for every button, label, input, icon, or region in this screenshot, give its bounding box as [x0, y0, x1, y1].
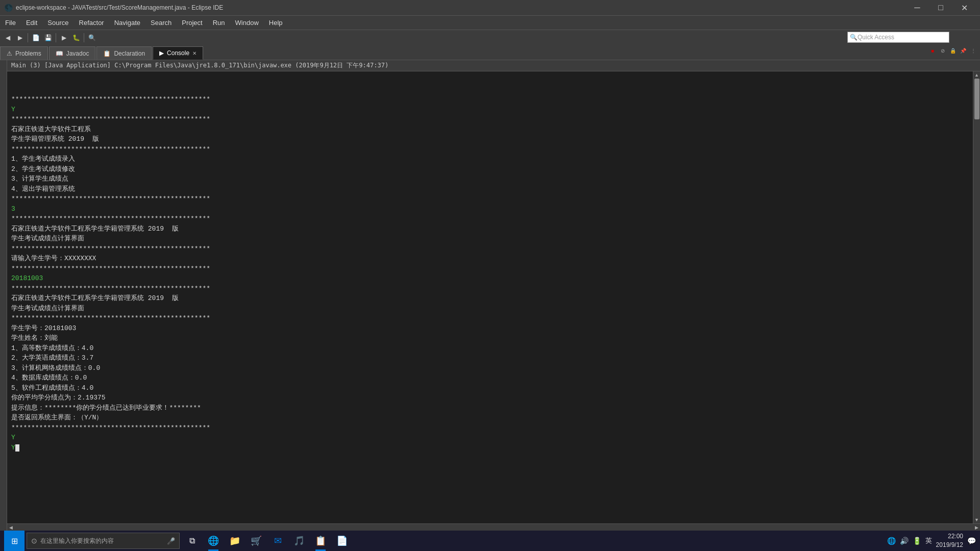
- taskbar-app1[interactable]: 🎵: [289, 531, 309, 551]
- toolbar-search[interactable]: 🔍: [86, 32, 97, 43]
- maximize-button[interactable]: □: [929, 0, 952, 15]
- eclipse-icon: 🌑: [4, 4, 13, 12]
- menu-refactor[interactable]: Refactor: [74, 17, 109, 29]
- minimize-button[interactable]: ─: [905, 0, 929, 15]
- taskbar-speaker-icon[interactable]: 🔊: [900, 537, 909, 545]
- tab-javadoc-label: Javadoc: [66, 50, 89, 57]
- toolbar-sep-3: [84, 33, 84, 42]
- tabs-bar: ⚠ Problems 📖 Javadoc 📋 Declaration ▶ Con…: [0, 45, 980, 60]
- window-controls: ─ □ ✕: [905, 0, 976, 15]
- search-circle-icon: ⊙: [31, 537, 37, 545]
- toolbar-back[interactable]: ◀: [2, 32, 13, 43]
- bottom-scrollbar: ◀ ▶: [7, 523, 980, 531]
- taskbar-explorer[interactable]: 📁: [225, 531, 245, 551]
- taskbar-notification-icon[interactable]: 💬: [967, 537, 976, 545]
- taskbar-search-text: 在这里输入你要搜索的内容: [40, 537, 114, 545]
- menu-run[interactable]: Run: [208, 17, 230, 29]
- taskbar-apps: ⧉ 🌐 📁 🛒 ✉ 🎵 📋 📄: [182, 531, 352, 551]
- taskbar-store[interactable]: 🛒: [246, 531, 266, 551]
- taskbar-eclipse[interactable]: 📋: [310, 531, 331, 551]
- tab-declaration-label: Declaration: [114, 50, 145, 57]
- taskbar-search[interactable]: ⊙ 在这里输入你要搜索的内容 🎤: [27, 533, 180, 549]
- toolbar-debug[interactable]: 🐛: [70, 32, 82, 43]
- tabs-right-icons: ■ ⊘ 🔒 📌 ⋮: [928, 46, 978, 55]
- toolbar-new[interactable]: 📄: [30, 32, 41, 43]
- quick-access-box[interactable]: 🔍 Quick Access: [847, 32, 949, 43]
- close-button[interactable]: ✕: [952, 0, 976, 15]
- taskbar-clock[interactable]: 22:00 2019/9/12: [936, 532, 963, 549]
- window-title: eclipse-workspace - JAVATest/src/Test/Sc…: [16, 4, 223, 11]
- menu-navigate[interactable]: Navigate: [109, 17, 145, 29]
- menu-file[interactable]: File: [0, 17, 21, 29]
- clock-time: 22:00: [936, 532, 963, 541]
- toolbar-sep-2: [56, 33, 56, 42]
- toolbar: ◀ ▶ 📄 💾 ▶ 🐛 🔍 🔍 Quick Access: [0, 30, 980, 45]
- taskbar-mail[interactable]: ✉: [267, 531, 288, 551]
- scroll-up-arrow[interactable]: ▲: [973, 71, 981, 79]
- console-header: Main (3) [Java Application] C:\Program F…: [7, 60, 980, 71]
- tab-problems-icon: ⚠: [7, 50, 12, 57]
- console-scroll-lock[interactable]: 🔒: [948, 46, 958, 55]
- view-panel: Main (3) [Java Application] C:\Program F…: [7, 60, 980, 531]
- toolbar-run[interactable]: ▶: [58, 32, 69, 43]
- menu-bar: File Edit Source Refactor Navigate Searc…: [0, 15, 980, 30]
- console-header-text: Main (3) [Java Application] C:\Program F…: [11, 62, 388, 69]
- console-stop-btn[interactable]: ■: [928, 46, 937, 55]
- menu-source[interactable]: Source: [42, 17, 74, 29]
- console-pin[interactable]: 📌: [959, 46, 968, 55]
- bottom-scroll-left[interactable]: ◀: [7, 524, 14, 531]
- taskbar-pdf[interactable]: 📄: [332, 531, 352, 551]
- main-area: Main (3) [Java Application] C:\Program F…: [0, 60, 980, 531]
- tab-javadoc-icon: 📖: [56, 50, 63, 57]
- console-clear-btn[interactable]: ⊘: [938, 46, 947, 55]
- tab-console-close[interactable]: ✕: [192, 51, 197, 56]
- tab-console-icon: ▶: [159, 49, 164, 57]
- tab-problems-label: Problems: [15, 50, 41, 57]
- taskbar-right: 🌐 🔊 🔋 英 22:00 2019/9/12 💬: [887, 532, 976, 549]
- menu-search[interactable]: Search: [145, 17, 177, 29]
- tab-declaration-icon: 📋: [103, 50, 111, 57]
- toolbar-save[interactable]: 💾: [42, 32, 54, 43]
- taskbar-network-icon[interactable]: 🌐: [887, 537, 896, 545]
- sidebar-left: [0, 60, 7, 531]
- tab-problems[interactable]: ⚠ Problems: [0, 46, 48, 60]
- console-output[interactable]: ****************************************…: [7, 71, 973, 523]
- menu-project[interactable]: Project: [177, 17, 207, 29]
- taskbar-battery-icon[interactable]: 🔋: [913, 537, 921, 545]
- tab-console-label: Console: [167, 49, 189, 57]
- taskbar-ie[interactable]: 🌐: [203, 531, 224, 551]
- toolbar-sep-1: [28, 33, 28, 42]
- scroll-down-arrow[interactable]: ▼: [973, 516, 981, 523]
- search-icon: 🔍: [850, 34, 857, 41]
- console-more[interactable]: ⋮: [969, 46, 978, 55]
- toolbar-fwd[interactable]: ▶: [14, 32, 26, 43]
- start-button[interactable]: ⊞: [4, 531, 24, 551]
- title-bar: 🌑 eclipse-workspace - JAVATest/src/Test/…: [0, 0, 980, 15]
- clock-date: 2019/9/12: [936, 541, 963, 549]
- taskbar-task-view[interactable]: ⧉: [182, 531, 202, 551]
- scroll-track[interactable]: [973, 79, 981, 516]
- tab-declaration[interactable]: 📋 Declaration: [96, 46, 152, 60]
- content-row: ****************************************…: [7, 71, 980, 523]
- bottom-scroll-track[interactable]: [14, 524, 973, 531]
- tab-javadoc[interactable]: 📖 Javadoc: [49, 46, 96, 60]
- taskbar: ⊞ ⊙ 在这里输入你要搜索的内容 🎤 ⧉ 🌐 📁 🛒 ✉ 🎵 📋 📄 🌐 🔊 🔋…: [0, 531, 980, 551]
- scrollbar-right: ▲ ▼: [973, 71, 980, 523]
- menu-help[interactable]: Help: [264, 17, 288, 29]
- menu-window[interactable]: Window: [230, 17, 264, 29]
- tab-console[interactable]: ▶ Console ✕: [153, 46, 203, 60]
- scroll-thumb[interactable]: [974, 79, 979, 119]
- mic-icon[interactable]: 🎤: [167, 537, 175, 545]
- bottom-scroll-right[interactable]: ▶: [973, 524, 980, 531]
- taskbar-lang-indicator[interactable]: 英: [925, 536, 932, 545]
- menu-edit[interactable]: Edit: [21, 17, 42, 29]
- quick-access-label: Quick Access: [857, 34, 894, 41]
